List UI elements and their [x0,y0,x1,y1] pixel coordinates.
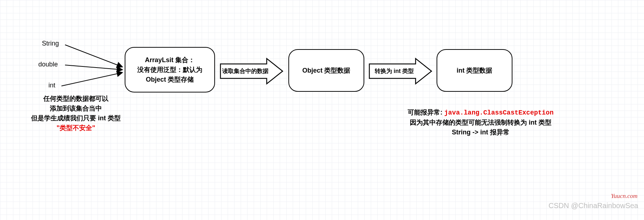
input-type-int: int [48,82,55,89]
svg-line-1 [65,65,122,70]
caption-type-unsafe: 任何类型的数据都可以 添加到该集合当中 但是学生成绩我们只要 int 类型 "类… [22,94,130,133]
exc-line2: 因为其中存储的类型可能无法强制转换为 int 类型 [410,119,551,126]
input-type-double: double [38,61,58,68]
exc-class: java.lang.ClassCastException [444,109,553,116]
exc-prefix: 可能报异常: [408,109,444,116]
caption-exception: 可能报异常: java.lang.ClassCastException 因为其中… [379,108,582,137]
box1-line3: Object 类型存储 [146,76,194,83]
input-type-string: String [42,40,59,47]
diagram-canvas: String double int 任何类型的数据都可以 添加到该集合当中 但是… [0,0,644,220]
caption-line4-highlight: "类型不安全" [56,124,95,131]
box-object-data: Object 类型数据 [288,49,364,92]
watermark-yuucn: Yuucn.com [611,193,637,200]
caption-line2: 添加到该集合当中 [50,105,102,112]
svg-line-0 [65,45,122,67]
caption-line3: 但是学生成绩我们只要 int 类型 [31,115,121,122]
box-int-data: int 类型数据 [437,49,512,92]
watermark-csdn: CSDN @ChinaRainbowSea [549,202,638,210]
exc-line3: String -> int 报异常 [452,129,510,136]
box3-text: int 类型数据 [457,66,493,76]
box-arraylist: ArrayLsit 集合： 没有使用泛型：默认为 Object 类型存储 [125,47,215,92]
box1-line1: ArrayLsit 集合： [145,56,195,64]
svg-line-2 [61,73,122,86]
box1-line2: 没有使用泛型：默认为 [137,66,202,73]
arrow-label-read: 读取集合中的数据 [222,68,269,75]
arrow-label-cast: 转换为 int 类型 [372,68,417,75]
box2-text: Object 类型数据 [302,66,350,76]
caption-line1: 任何类型的数据都可以 [43,95,108,102]
